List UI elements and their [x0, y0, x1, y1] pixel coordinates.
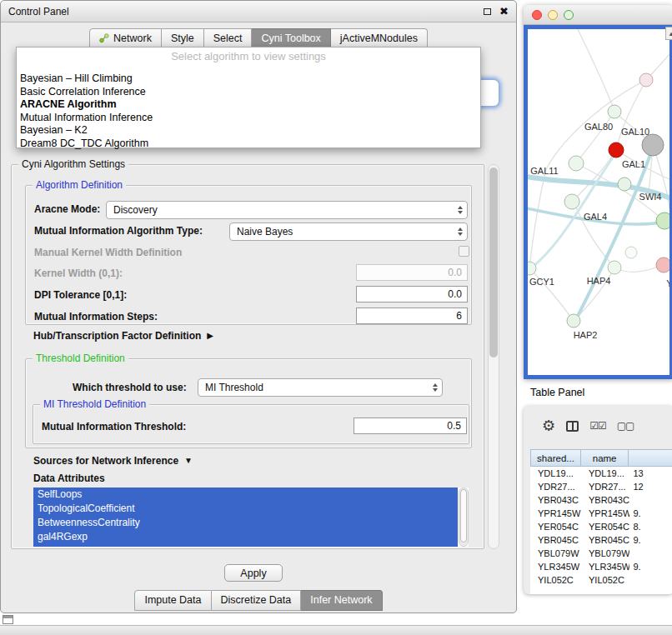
tab-discretize-label: Discretize Data: [221, 594, 292, 606]
tab-infer-label: Infer Network: [310, 594, 372, 606]
control-panel-window: Control Panel ✖ Network Style Select Cyn…: [0, 0, 517, 613]
stepper-icon: [458, 206, 467, 214]
aracne-mode-label: Aracne Mode:: [34, 203, 100, 215]
algorithm-option[interactable]: ARACNE Algorithm: [17, 98, 480, 112]
cell-extra: 8.: [629, 522, 672, 532]
network-node[interactable]: [656, 212, 669, 229]
tab-jactivemnodules-label: jActiveMNodules: [340, 32, 418, 44]
table-toolbar: ⚙ ☑☑ ▢▢: [524, 406, 672, 446]
network-node[interactable]: [625, 247, 637, 258]
list-scrollbar-thumb[interactable]: [460, 489, 467, 542]
algorithm-dropdown-popup: Select algorithm to view settings Bayesi…: [16, 47, 481, 148]
mi-threshold-value: 0.5: [447, 420, 461, 432]
cell-extra: 9.: [629, 562, 672, 572]
mi-threshold-label: Mutual Information Threshold:: [42, 421, 186, 432]
control-panel-titlebar[interactable]: Control Panel ✖: [1, 1, 516, 22]
network-node[interactable]: [569, 156, 584, 171]
sources-section-toggle[interactable]: Sources for Network Inference ▼: [33, 455, 193, 467]
show-columns-icon[interactable]: [566, 421, 579, 432]
tab-style-label: Style: [171, 32, 194, 44]
mi-type-label: Mutual Information Algorithm Type:: [34, 225, 203, 237]
scroll-up-icon[interactable]: ▴: [665, 27, 672, 40]
network-node[interactable]: [639, 73, 653, 87]
table-row[interactable]: YPR145W YPR145W 9.: [530, 507, 672, 520]
close-traffic-light-icon[interactable]: [532, 10, 542, 20]
table-body: YDL19... YDL19... 13 YDR27... YDR27... 1…: [530, 467, 672, 594]
table-row[interactable]: YBR045C YBR045C 9.: [530, 533, 672, 547]
network-edge[interactable]: [529, 169, 546, 268]
list-scrollbar[interactable]: [459, 488, 469, 547]
column-header-name[interactable]: name: [581, 449, 629, 467]
dpi-tolerance-field[interactable]: 0.0: [356, 286, 468, 302]
data-attribute-item[interactable]: TopologicalCoefficient: [33, 502, 458, 516]
network-node[interactable]: [656, 258, 669, 272]
zoom-traffic-light-icon[interactable]: [564, 10, 574, 20]
table-row[interactable]: YBL079W YBL079W: [530, 547, 672, 560]
node-label: GAL11: [530, 166, 558, 176]
network-canvas[interactable]: GAL80GAL10GAL11GAL1SWI4GAL4GCY1HAP4HAP2Y: [524, 25, 672, 379]
network-node[interactable]: [564, 194, 579, 209]
tab-impute-label: Impute Data: [144, 594, 201, 606]
node-label: SWI4: [639, 192, 662, 202]
network-edge[interactable]: [576, 112, 614, 163]
algorithm-option[interactable]: Bayesian – K2: [17, 124, 480, 138]
mi-steps-label: Mutual Information Steps:: [34, 311, 158, 322]
table-row[interactable]: YDL19... YDL19... 13: [530, 467, 672, 480]
tab-infer-network[interactable]: Infer Network: [301, 590, 382, 611]
data-attribute-item-partial[interactable]: [33, 544, 458, 547]
aracne-mode-value: Discovery: [113, 204, 158, 216]
algorithm-option[interactable]: Bayesian – Hill Climbing: [17, 72, 480, 86]
column-header-shared-name[interactable]: shared...: [530, 449, 581, 467]
table-row[interactable]: YDR27... YDR27... 12: [530, 480, 672, 493]
network-node[interactable]: [608, 105, 621, 118]
expand-right-icon[interactable]: ▶: [207, 332, 213, 340]
column-header-extra[interactable]: [629, 449, 672, 467]
data-attributes-items: SelfLoops TopologicalCoefficient Between…: [33, 488, 458, 544]
data-attribute-item[interactable]: gal4RGexp: [33, 530, 458, 544]
algorithm-definition-group: Algorithm Definition Aracne Mode: Discov…: [25, 185, 472, 325]
tab-impute-data[interactable]: Impute Data: [134, 590, 211, 611]
network-node[interactable]: [618, 178, 631, 191]
data-attribute-item[interactable]: BetweennessCentrality: [33, 516, 458, 530]
network-node[interactable]: [608, 261, 621, 274]
expand-down-icon[interactable]: ▼: [184, 457, 193, 465]
hub-section-toggle[interactable]: Hub/Transcription Factor Definition ▶: [33, 330, 213, 342]
settings-scrollbar-thumb[interactable]: [489, 168, 498, 358]
apply-button[interactable]: Apply: [224, 564, 283, 582]
tab-discretize-data[interactable]: Discretize Data: [212, 590, 302, 611]
algorithm-option[interactable]: Mutual Information Inference: [17, 112, 480, 125]
which-threshold-combo[interactable]: MI Threshold: [198, 378, 443, 397]
deselect-all-icon[interactable]: ▢▢: [617, 420, 634, 432]
close-icon[interactable]: ✖: [499, 6, 509, 17]
algorithm-option[interactable]: Basic Correlation Inference: [17, 86, 480, 99]
network-node[interactable]: [567, 314, 580, 328]
data-attributes-list: SelfLoops TopologicalCoefficient Between…: [33, 488, 469, 547]
table-row[interactable]: YLR345W YLR345W 9.: [530, 560, 672, 573]
network-node[interactable]: [642, 134, 664, 156]
table-row[interactable]: YBR043C YBR043C: [530, 493, 672, 507]
network-window-titlebar[interactable]: [524, 5, 672, 25]
gear-icon[interactable]: ⚙: [542, 418, 555, 433]
mi-steps-field[interactable]: 6: [356, 308, 468, 324]
table-row[interactable]: YIL052C YIL052C: [530, 573, 672, 587]
kernel-width-field[interactable]: 0.0: [356, 264, 468, 281]
table-row[interactable]: YER054C YER054C 8.: [530, 520, 672, 533]
mi-threshold-group: MI Threshold Definition Mutual Informati…: [33, 404, 469, 444]
cell-shared-name: YBR045C: [530, 535, 581, 545]
docked-window-icon[interactable]: [3, 615, 13, 624]
settings-scrollbar[interactable]: [488, 164, 499, 549]
mi-threshold-field[interactable]: 0.5: [354, 418, 467, 434]
network-svg[interactable]: GAL80GAL10GAL11GAL1SWI4GAL4GCY1HAP4HAP2Y: [528, 29, 669, 375]
aracne-mode-combo[interactable]: Discovery: [106, 201, 468, 219]
network-node[interactable]: [609, 142, 624, 158]
network-edge[interactable]: [578, 29, 614, 112]
float-window-icon[interactable]: [484, 8, 491, 15]
minimize-traffic-light-icon[interactable]: [548, 10, 558, 20]
algorithm-option[interactable]: Dream8 DC_TDC Algorithm: [17, 138, 480, 151]
manual-kernel-checkbox[interactable]: [459, 246, 469, 257]
manual-kernel-label: Manual Kernel Width Definition: [34, 247, 182, 258]
mi-type-combo[interactable]: Naive Bayes: [229, 222, 468, 241]
network-edge[interactable]: [576, 148, 653, 319]
data-attribute-item[interactable]: SelfLoops: [33, 488, 458, 502]
select-all-icon[interactable]: ☑☑: [589, 420, 606, 432]
